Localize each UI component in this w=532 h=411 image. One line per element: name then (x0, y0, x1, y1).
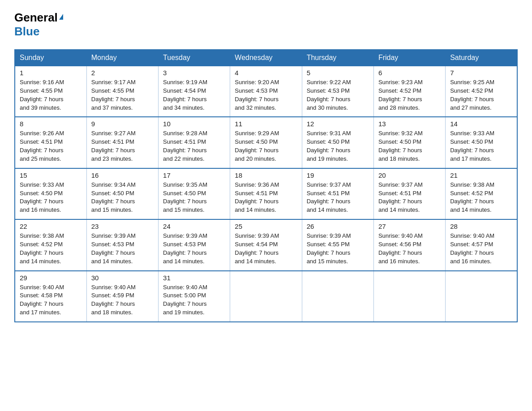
day-number: 20 (378, 171, 441, 179)
day-info: Sunrise: 9:39 AMSunset: 4:53 PMDaylight:… (163, 232, 225, 265)
calendar-day-cell (230, 271, 302, 322)
calendar-table: SundayMondayTuesdayWednesdayThursdayFrid… (14, 49, 518, 322)
calendar-day-cell: 4 Sunrise: 9:20 AMSunset: 4:53 PMDayligh… (230, 66, 302, 117)
calendar-day-cell (373, 271, 445, 322)
day-info: Sunrise: 9:39 AMSunset: 4:53 PMDaylight:… (91, 232, 154, 265)
calendar-day-cell: 19 Sunrise: 9:37 AMSunset: 4:51 PMDaylig… (302, 168, 373, 219)
day-number: 9 (91, 120, 154, 128)
day-number: 13 (378, 120, 441, 128)
page-header: General Blue (14, 11, 518, 39)
calendar-day-cell: 9 Sunrise: 9:27 AMSunset: 4:51 PMDayligh… (86, 117, 158, 168)
day-of-week-header: Thursday (302, 50, 373, 66)
calendar-day-cell: 25 Sunrise: 9:39 AMSunset: 4:54 PMDaylig… (230, 219, 302, 270)
day-info: Sunrise: 9:40 AMSunset: 4:58 PMDaylight:… (20, 283, 82, 317)
day-number: 29 (20, 274, 82, 282)
calendar-day-cell: 24 Sunrise: 9:39 AMSunset: 4:53 PMDaylig… (159, 219, 230, 270)
day-info: Sunrise: 9:33 AMSunset: 4:50 PMDaylight:… (20, 181, 82, 214)
day-number: 11 (235, 120, 297, 128)
day-info: Sunrise: 9:28 AMSunset: 4:51 PMDaylight:… (163, 129, 225, 163)
day-info: Sunrise: 9:40 AMSunset: 5:00 PMDaylight:… (163, 283, 225, 317)
calendar-week-row: 22 Sunrise: 9:38 AMSunset: 4:52 PMDaylig… (15, 219, 517, 270)
calendar-day-cell: 7 Sunrise: 9:25 AMSunset: 4:52 PMDayligh… (446, 66, 517, 117)
calendar-day-cell: 21 Sunrise: 9:38 AMSunset: 4:52 PMDaylig… (446, 168, 517, 219)
day-info: Sunrise: 9:26 AMSunset: 4:51 PMDaylight:… (20, 129, 82, 163)
day-number: 24 (163, 223, 225, 230)
day-of-week-header: Saturday (446, 50, 517, 66)
day-number: 17 (163, 171, 225, 179)
calendar-day-cell: 6 Sunrise: 9:23 AMSunset: 4:52 PMDayligh… (373, 66, 445, 117)
calendar-week-row: 8 Sunrise: 9:26 AMSunset: 4:51 PMDayligh… (15, 117, 517, 168)
day-info: Sunrise: 9:25 AMSunset: 4:52 PMDaylight:… (450, 78, 512, 112)
day-info: Sunrise: 9:38 AMSunset: 4:52 PMDaylight:… (450, 181, 512, 214)
day-number: 4 (235, 69, 297, 77)
calendar-week-row: 15 Sunrise: 9:33 AMSunset: 4:50 PMDaylig… (15, 168, 517, 219)
day-info: Sunrise: 9:33 AMSunset: 4:50 PMDaylight:… (450, 129, 512, 163)
day-number: 10 (163, 120, 225, 128)
day-number: 28 (450, 223, 512, 230)
day-number: 12 (307, 120, 369, 128)
day-of-week-header: Tuesday (159, 50, 230, 66)
calendar-day-cell: 27 Sunrise: 9:40 AMSunset: 4:56 PMDaylig… (373, 219, 445, 270)
day-info: Sunrise: 9:40 AMSunset: 4:59 PMDaylight:… (91, 283, 154, 317)
logo-triangle-icon (59, 14, 63, 20)
day-info: Sunrise: 9:40 AMSunset: 4:57 PMDaylight:… (450, 232, 512, 265)
calendar-day-cell: 13 Sunrise: 9:32 AMSunset: 4:50 PMDaylig… (373, 117, 445, 168)
calendar-day-cell: 3 Sunrise: 9:19 AMSunset: 4:54 PMDayligh… (159, 66, 230, 117)
day-number: 27 (378, 223, 441, 230)
calendar-day-cell: 1 Sunrise: 9:16 AMSunset: 4:55 PMDayligh… (15, 66, 86, 117)
day-number: 15 (20, 171, 82, 179)
day-number: 14 (450, 120, 512, 128)
day-info: Sunrise: 9:29 AMSunset: 4:50 PMDaylight:… (235, 129, 297, 163)
calendar-day-cell: 20 Sunrise: 9:37 AMSunset: 4:51 PMDaylig… (373, 168, 445, 219)
calendar-day-cell (302, 271, 373, 322)
day-info: Sunrise: 9:27 AMSunset: 4:51 PMDaylight:… (91, 129, 154, 163)
day-info: Sunrise: 9:23 AMSunset: 4:52 PMDaylight:… (378, 78, 441, 112)
day-of-week-header: Wednesday (230, 50, 302, 66)
calendar-day-cell: 23 Sunrise: 9:39 AMSunset: 4:53 PMDaylig… (86, 219, 158, 270)
calendar-day-cell: 31 Sunrise: 9:40 AMSunset: 5:00 PMDaylig… (159, 271, 230, 322)
day-number: 8 (20, 120, 82, 128)
calendar-day-cell: 22 Sunrise: 9:38 AMSunset: 4:52 PMDaylig… (15, 219, 86, 270)
day-number: 16 (91, 171, 154, 179)
logo: General Blue (14, 11, 63, 39)
day-info: Sunrise: 9:34 AMSunset: 4:50 PMDaylight:… (91, 181, 154, 214)
calendar-day-cell: 15 Sunrise: 9:33 AMSunset: 4:50 PMDaylig… (15, 168, 86, 219)
day-number: 3 (163, 69, 225, 77)
day-number: 18 (235, 171, 297, 179)
day-number: 31 (163, 274, 225, 282)
logo-blue-text: Blue (14, 25, 39, 38)
day-number: 22 (20, 223, 82, 230)
day-info: Sunrise: 9:39 AMSunset: 4:54 PMDaylight:… (235, 232, 297, 265)
day-of-week-header: Monday (86, 50, 158, 66)
day-of-week-header: Sunday (15, 50, 86, 66)
calendar-week-row: 1 Sunrise: 9:16 AMSunset: 4:55 PMDayligh… (15, 66, 517, 117)
calendar-day-cell: 29 Sunrise: 9:40 AMSunset: 4:58 PMDaylig… (15, 271, 86, 322)
calendar-day-cell: 16 Sunrise: 9:34 AMSunset: 4:50 PMDaylig… (86, 168, 158, 219)
calendar-day-cell: 2 Sunrise: 9:17 AMSunset: 4:55 PMDayligh… (86, 66, 158, 117)
day-number: 26 (307, 223, 369, 230)
calendar-day-cell: 12 Sunrise: 9:31 AMSunset: 4:50 PMDaylig… (302, 117, 373, 168)
day-number: 7 (450, 69, 512, 77)
day-info: Sunrise: 9:39 AMSunset: 4:55 PMDaylight:… (307, 232, 369, 265)
day-number: 2 (91, 69, 154, 77)
day-number: 5 (307, 69, 369, 77)
day-info: Sunrise: 9:20 AMSunset: 4:53 PMDaylight:… (235, 78, 297, 112)
calendar-week-row: 29 Sunrise: 9:40 AMSunset: 4:58 PMDaylig… (15, 271, 517, 322)
calendar-day-cell: 14 Sunrise: 9:33 AMSunset: 4:50 PMDaylig… (446, 117, 517, 168)
day-info: Sunrise: 9:17 AMSunset: 4:55 PMDaylight:… (91, 78, 154, 112)
day-number: 30 (91, 274, 154, 282)
calendar-day-cell: 18 Sunrise: 9:36 AMSunset: 4:51 PMDaylig… (230, 168, 302, 219)
calendar-day-cell: 11 Sunrise: 9:29 AMSunset: 4:50 PMDaylig… (230, 117, 302, 168)
calendar-day-cell: 30 Sunrise: 9:40 AMSunset: 4:59 PMDaylig… (86, 271, 158, 322)
day-number: 25 (235, 223, 297, 230)
calendar-day-cell: 26 Sunrise: 9:39 AMSunset: 4:55 PMDaylig… (302, 219, 373, 270)
day-info: Sunrise: 9:22 AMSunset: 4:53 PMDaylight:… (307, 78, 369, 112)
day-info: Sunrise: 9:16 AMSunset: 4:55 PMDaylight:… (20, 78, 82, 112)
logo-general-text: General (14, 11, 58, 25)
day-info: Sunrise: 9:35 AMSunset: 4:50 PMDaylight:… (163, 181, 225, 214)
day-number: 1 (20, 69, 82, 77)
day-number: 19 (307, 171, 369, 179)
calendar-day-cell: 5 Sunrise: 9:22 AMSunset: 4:53 PMDayligh… (302, 66, 373, 117)
day-number: 23 (91, 223, 154, 230)
calendar-day-cell: 8 Sunrise: 9:26 AMSunset: 4:51 PMDayligh… (15, 117, 86, 168)
